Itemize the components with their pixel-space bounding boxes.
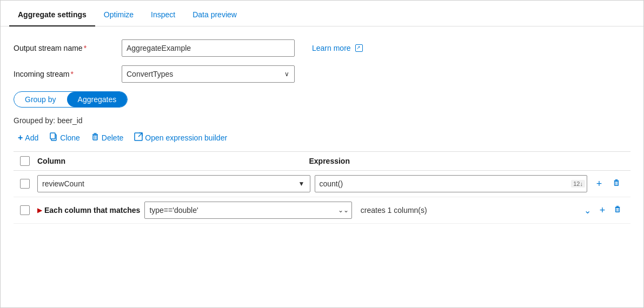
incoming-stream-label: Incoming stream*: [14, 70, 122, 78]
expression-builder-icon: [134, 132, 143, 143]
match-chevron-button[interactable]: ⌄: [581, 203, 594, 218]
tab-aggregate-settings[interactable]: Aggregate settings: [9, 4, 95, 26]
row1-expression: 12↓: [315, 175, 592, 192]
clone-button[interactable]: Clone: [45, 130, 84, 145]
match-input[interactable]: [144, 202, 351, 219]
delete-icon: [91, 132, 99, 143]
chevron-down-icon: ⌄: [584, 205, 591, 216]
header-checkbox[interactable]: [20, 156, 30, 166]
match-row: ▶ Each column that matches ⌄⌄ creates 1 …: [14, 197, 630, 224]
output-stream-label: Output stream name*: [14, 44, 122, 52]
match-row-checkbox[interactable]: [20, 205, 30, 215]
expression-badge: 12↓: [571, 180, 585, 188]
required-star-2: *: [70, 70, 73, 78]
delete-button[interactable]: Delete: [87, 130, 128, 145]
group-by-toggle[interactable]: Group by: [14, 92, 67, 107]
column-header: Column: [37, 157, 309, 165]
svg-rect-1: [50, 133, 55, 139]
col-name-select-wrapper: reviewCount ▼: [37, 175, 310, 192]
match-row-col: ▶ Each column that matches ⌄⌄: [37, 202, 356, 219]
match-input-wrapper: ⌄⌄: [144, 202, 351, 219]
table-header: Column Expression: [14, 152, 630, 171]
toolbar: + Add Clone Delete: [14, 130, 630, 145]
learn-more-link[interactable]: Learn more: [312, 44, 363, 52]
output-stream-row: Output stream name* Learn more: [14, 39, 630, 57]
incoming-stream-select-wrapper: ConvertTypes ∨: [122, 65, 295, 83]
expression-input-wrapper: 12↓: [315, 175, 588, 192]
match-delete-button[interactable]: [611, 203, 624, 218]
match-row-checkbox-col: [20, 205, 37, 215]
row1-checkbox-col: [20, 179, 37, 189]
toggle-group: Group by Aggregates: [14, 91, 128, 108]
match-trash-icon: [614, 205, 621, 215]
grouped-by-text: Grouped by: beer_id: [14, 116, 630, 125]
svg-rect-14: [616, 207, 620, 212]
svg-line-8: [138, 133, 142, 137]
incoming-stream-select[interactable]: ConvertTypes: [122, 65, 295, 83]
row1-trash-icon: [613, 179, 620, 189]
output-stream-input[interactable]: [122, 39, 295, 57]
aggregates-toggle[interactable]: Aggregates: [67, 92, 128, 107]
row1-delete-button[interactable]: [609, 176, 624, 191]
tab-bar: Aggregate settings Optimize Inspect Data…: [1, 1, 643, 26]
clone-icon: [49, 132, 58, 143]
main-content: Output stream name* Learn more Incoming …: [1, 26, 643, 237]
tab-data-preview[interactable]: Data preview: [184, 4, 245, 26]
tab-inspect[interactable]: Inspect: [142, 4, 184, 26]
add-icon: +: [18, 133, 23, 143]
required-star: *: [84, 44, 87, 52]
add-button[interactable]: + Add: [14, 131, 43, 145]
svg-rect-2: [93, 135, 97, 140]
svg-rect-9: [615, 181, 619, 185]
expand-icon[interactable]: ▶: [37, 206, 42, 214]
row1-actions: +: [592, 176, 624, 191]
row1-column-select[interactable]: reviewCount: [37, 175, 310, 192]
match-label: Each column that matches: [44, 206, 140, 215]
row1-add-button[interactable]: +: [592, 176, 607, 191]
external-link-icon: [355, 44, 363, 52]
creates-text: creates 1 column(s): [361, 206, 427, 215]
table-row: reviewCount ▼ 12↓ +: [14, 171, 630, 197]
tab-optimize[interactable]: Optimize: [95, 4, 142, 26]
header-checkbox-col: [20, 156, 37, 166]
match-plus-icon: +: [600, 205, 606, 216]
expression-header: Expression: [309, 157, 581, 165]
incoming-stream-row: Incoming stream* ConvertTypes ∨: [14, 65, 630, 83]
row1-plus-icon: +: [596, 178, 602, 190]
row1-checkbox[interactable]: [20, 179, 30, 189]
match-row-expression: creates 1 column(s): [356, 206, 581, 215]
expression-builder-button[interactable]: Open expression builder: [130, 130, 231, 145]
match-row-actions: ⌄ +: [581, 203, 624, 218]
row1-expression-input[interactable]: [315, 175, 588, 192]
row1-column-name: reviewCount ▼: [37, 175, 315, 192]
match-add-button[interactable]: +: [596, 203, 609, 218]
